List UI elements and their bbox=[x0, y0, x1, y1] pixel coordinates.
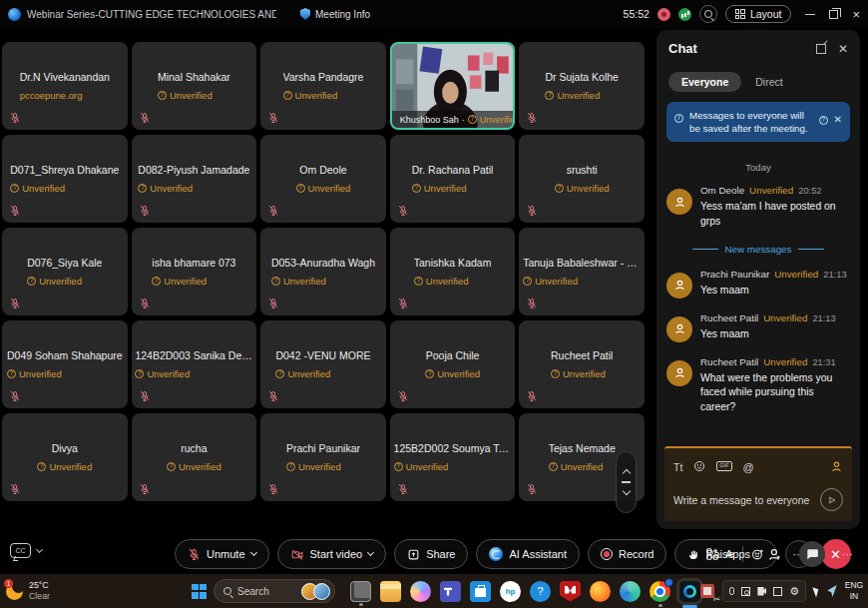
message-text: What were the problems you faced while p… bbox=[700, 371, 850, 415]
taskbar-mcafee-icon[interactable] bbox=[560, 581, 581, 602]
taskbar-teams-icon[interactable] bbox=[440, 581, 461, 602]
participant-tile[interactable]: rucha Unverified bbox=[132, 413, 257, 501]
participant-status-label: Unverified bbox=[535, 276, 578, 287]
close-button[interactable]: × bbox=[852, 8, 860, 21]
participant-tile[interactable]: Dr.N Vivekanandan pccoepune.org bbox=[2, 42, 128, 130]
help-icon[interactable] bbox=[819, 116, 828, 125]
taskbar-edge-icon[interactable] bbox=[620, 581, 641, 602]
screen-recorder-icon[interactable] bbox=[700, 584, 714, 598]
mic-icon[interactable] bbox=[729, 587, 734, 595]
participant-tile[interactable]: Divya Unverified bbox=[2, 413, 128, 501]
participant-tile[interactable]: D053-Anuradha Wagh Unverified bbox=[260, 228, 386, 315]
minimize-button[interactable] bbox=[805, 14, 815, 15]
ai-assistant-button[interactable]: AI Assistant bbox=[476, 539, 579, 569]
capture-mini-toolbar[interactable]: ⚙ bbox=[722, 580, 806, 602]
participant-tile[interactable]: 124B2D003 Sanika Dethe Unverified bbox=[132, 320, 257, 408]
meeting-timer: 55:52 bbox=[624, 8, 650, 20]
chevron-down-icon[interactable] bbox=[367, 549, 374, 556]
weather-widget[interactable]: 25°C Clear bbox=[6, 580, 50, 602]
participant-status: Unverified bbox=[7, 368, 123, 379]
participant-name: Divya bbox=[37, 442, 92, 454]
taskbar-copilot-icon[interactable] bbox=[410, 581, 431, 602]
recipient-person-icon[interactable] bbox=[830, 460, 843, 473]
camera-icon[interactable] bbox=[741, 587, 750, 596]
text-format-icon[interactable] bbox=[673, 457, 682, 475]
taskbar-search[interactable]: Search bbox=[214, 579, 335, 603]
location-pointer-icon[interactable] bbox=[827, 585, 837, 597]
participant-tile[interactable]: Om Deole Unverified bbox=[260, 135, 386, 223]
language-indicator[interactable]: ENG IN bbox=[845, 580, 863, 602]
taskbar-chrome-icon[interactable] bbox=[650, 581, 670, 602]
unverified-icon bbox=[555, 184, 564, 193]
chat-toggle-button[interactable] bbox=[799, 541, 825, 567]
meeting-info-button[interactable]: Meeting Info bbox=[300, 8, 370, 20]
taskbar-webex-icon[interactable] bbox=[679, 581, 700, 602]
chat-close-icon[interactable]: ✕ bbox=[838, 43, 848, 55]
participant-status-label: Unverified bbox=[164, 276, 207, 287]
share-button[interactable]: Share bbox=[394, 539, 468, 569]
chevron-down-icon[interactable] bbox=[36, 546, 43, 553]
captions-control[interactable] bbox=[10, 543, 42, 558]
video-camera-icon[interactable] bbox=[757, 587, 766, 596]
emoji-icon[interactable] bbox=[693, 460, 705, 472]
participant-tile[interactable]: D071_Shreya Dhakane Unverified bbox=[2, 135, 128, 223]
connection-quality-icon[interactable] bbox=[678, 8, 691, 21]
more-panels-button[interactable]: ⋯ bbox=[842, 548, 854, 561]
record-button[interactable]: Record bbox=[588, 539, 666, 569]
window-capture-icon[interactable] bbox=[773, 587, 782, 596]
gear-icon[interactable]: ⚙ bbox=[789, 586, 799, 597]
start-video-button[interactable]: Start video bbox=[277, 539, 387, 569]
participant-tile[interactable]: D049 Soham Shahapure Unverified bbox=[2, 320, 128, 408]
participant-status-label: Unverified bbox=[298, 461, 341, 472]
chevron-down-icon[interactable] bbox=[249, 549, 256, 556]
tab-direct[interactable]: Direct bbox=[755, 76, 782, 88]
participant-tile[interactable]: srushti Unverified bbox=[519, 135, 645, 223]
apps-button[interactable]: Apps bbox=[705, 547, 750, 561]
start-button[interactable] bbox=[192, 584, 207, 599]
participant-tile[interactable]: D082-Piyush Jamadade Unverified bbox=[132, 135, 257, 223]
unmute-button[interactable]: Unmute bbox=[175, 539, 269, 569]
participant-tile[interactable]: Rucheet Patil Unverified bbox=[519, 320, 645, 408]
popout-icon[interactable] bbox=[816, 44, 826, 54]
muted-mic-icon bbox=[267, 390, 279, 402]
gif-icon[interactable] bbox=[716, 461, 731, 472]
participant-tile[interactable]: Pooja Chile Unverified bbox=[390, 320, 516, 408]
participant-tile[interactable]: Minal Shahakar Unverified bbox=[132, 42, 257, 130]
message-unverified-badge: Unverified bbox=[774, 269, 818, 280]
taskbar-firefox-icon[interactable] bbox=[590, 581, 611, 602]
taskbar-hp-icon[interactable] bbox=[500, 581, 521, 602]
send-button[interactable] bbox=[820, 488, 843, 511]
chat-message-list[interactable]: Today Om Deole Unverified 20:52 Yess ma'… bbox=[656, 148, 860, 446]
participant-tile[interactable]: Prachi Paunikar Unverified bbox=[260, 413, 386, 501]
mention-icon[interactable] bbox=[743, 457, 754, 475]
closed-captions-icon[interactable] bbox=[10, 543, 31, 558]
taskbar-explorer-icon[interactable] bbox=[380, 581, 401, 602]
muted-mic-icon bbox=[139, 298, 151, 309]
taskbar-stack-icon[interactable] bbox=[350, 581, 371, 602]
chat-message: Om Deole Unverified 20:52 Yess ma'am I h… bbox=[666, 185, 850, 229]
participant-tile[interactable]: Khushboo Sah Unverified bbox=[390, 42, 516, 130]
tab-everyone[interactable]: Everyone bbox=[668, 72, 741, 92]
person-icon bbox=[673, 196, 686, 209]
participants-button[interactable] bbox=[767, 547, 782, 562]
participant-name: Tanuja Babaleshwar - 124B1D... bbox=[523, 257, 641, 269]
participant-tile[interactable]: isha bhamare 073 Unverified bbox=[132, 228, 257, 315]
participant-tile[interactable]: Varsha Pandagre Unverified bbox=[260, 42, 386, 130]
maximize-button[interactable] bbox=[829, 10, 838, 19]
participant-tile[interactable]: Tanishka Kadam Unverified bbox=[390, 228, 516, 315]
taskbar-store-icon[interactable] bbox=[470, 581, 491, 602]
participant-tile[interactable]: 125B2D002 Soumya Tarate Unverified bbox=[390, 413, 516, 501]
taskbar-hp-support-icon[interactable] bbox=[530, 581, 551, 602]
participant-tile[interactable]: Dr Sujata Kolhe Unverified bbox=[519, 42, 645, 130]
participant-tile[interactable]: D042 -VENU MORE Unverified bbox=[260, 320, 386, 408]
grid-scroll-control[interactable] bbox=[616, 451, 637, 513]
banner-close-icon[interactable]: ✕ bbox=[834, 115, 842, 125]
zoom-magnifier-button[interactable] bbox=[699, 5, 717, 23]
message-input[interactable] bbox=[673, 494, 813, 506]
participant-tile[interactable]: D076_Siya Kale Unverified bbox=[2, 228, 128, 315]
scroll-up-icon[interactable] bbox=[622, 469, 630, 477]
scroll-down-icon[interactable] bbox=[622, 487, 630, 495]
participant-tile[interactable]: Dr. Rachana Patil Unverified bbox=[390, 135, 516, 223]
layout-button[interactable]: Layout bbox=[725, 5, 792, 23]
participant-tile[interactable]: Tanuja Babaleshwar - 124B1D... Unverifie… bbox=[519, 228, 645, 315]
